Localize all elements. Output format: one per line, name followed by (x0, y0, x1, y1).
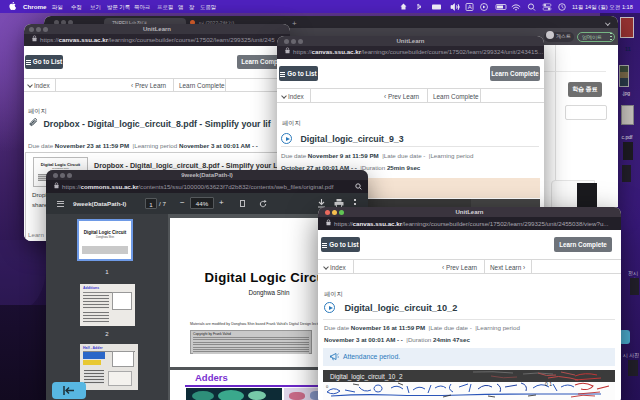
svg-text:0 1: 0 1 (545, 381, 552, 387)
svg-text:Digital_logic_circuit_10_2: Digital_logic_circuit_10_2 (330, 373, 403, 381)
svg-text:A: A (468, 4, 472, 10)
